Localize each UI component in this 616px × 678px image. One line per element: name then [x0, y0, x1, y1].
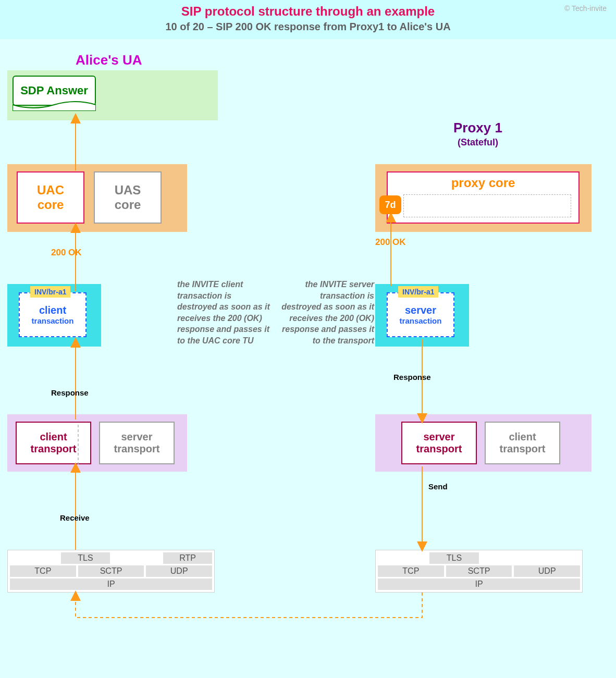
proxy1-title: Proxy 1: [453, 120, 502, 135]
uac-l1: UAC: [37, 183, 64, 198]
response-right-label: Response: [393, 373, 431, 381]
netstack-left: TLS RTP TCP SCTP UDP IP: [7, 550, 215, 593]
proxy1-label: Proxy 1 (Stateful): [453, 120, 502, 148]
client-transport-left: client transport: [16, 422, 91, 464]
uas-core-box: UAS core: [94, 171, 162, 224]
txn-badge-left: INV/br-a1: [30, 286, 70, 298]
alice-ua-label: Alice's UA: [76, 52, 142, 68]
server-transport-right: server transport: [401, 422, 477, 464]
txn-r-l2: transaction: [400, 316, 442, 325]
txn-badge-right: INV/br-a1: [398, 286, 438, 298]
sdp-wave: [13, 101, 96, 111]
page-title: SIP protocol structure through an exampl…: [0, 4, 616, 19]
txn-l-l2: transaction: [32, 316, 74, 325]
200ok-left-label: 200 OK: [51, 248, 82, 258]
ip-cell: IP: [10, 578, 212, 590]
uac-core-box: UAC core: [17, 171, 84, 224]
note-right: the INVITE server transaction is destroy…: [280, 279, 374, 347]
client-transport-right: client transport: [485, 422, 560, 464]
proxy1-subtitle: (Stateful): [453, 137, 502, 148]
netstack-right: TLS TCP SCTP UDP IP: [375, 550, 583, 593]
proxy-core-label: proxy core: [388, 176, 578, 190]
uas-l2: core: [115, 198, 141, 212]
badge-7d: 7d: [379, 195, 401, 214]
server-transport-left: server transport: [99, 422, 175, 464]
diagram-canvas: Alice's UA Proxy 1 (Stateful) SDP Answer…: [0, 39, 616, 678]
200ok-right-label: 200 OK: [375, 237, 406, 248]
tcp-cell: TCP: [10, 565, 76, 577]
note-left: the INVITE client transaction is destroy…: [177, 279, 271, 347]
sctp-cell: SCTP: [78, 565, 144, 577]
txn-r-l1: server: [405, 304, 436, 316]
uac-l2: core: [38, 198, 64, 212]
server-transaction-box: server transaction: [387, 292, 454, 337]
response-left-label: Response: [51, 388, 89, 397]
client-transaction-box: client transaction: [19, 292, 87, 337]
rtp-cell: RTP: [163, 552, 212, 564]
uas-l1: UAS: [115, 183, 141, 198]
tls-cell: TLS: [61, 552, 110, 564]
page-subtitle: 10 of 20 – SIP 200 OK response from Prox…: [0, 21, 616, 33]
credit: © Tech-invite: [564, 4, 607, 13]
receive-label: Receive: [60, 513, 90, 522]
send-label: Send: [428, 482, 448, 491]
proxy-core-inner: [403, 194, 571, 217]
udp-cell: UDP: [146, 565, 212, 577]
proxy-core-box: proxy core: [387, 171, 580, 224]
txn-l-l1: client: [39, 304, 66, 316]
header: SIP protocol structure through an exampl…: [0, 0, 616, 39]
